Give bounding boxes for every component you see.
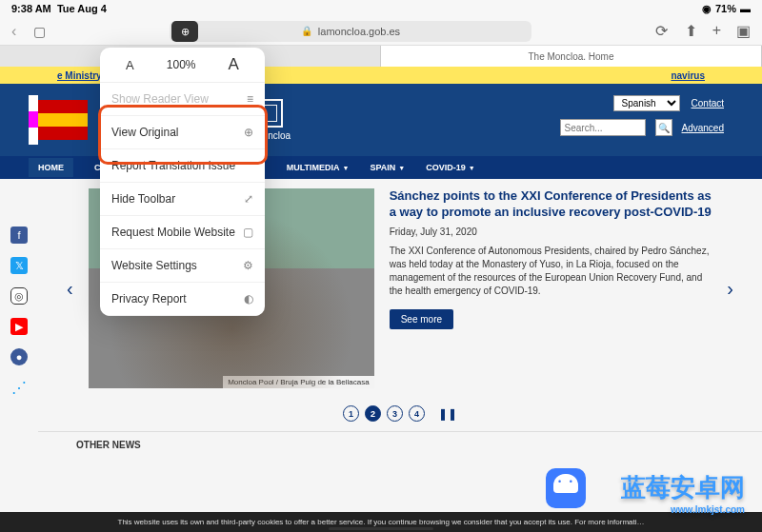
status-date: Tue Aug 4	[57, 3, 107, 14]
notice-link-left[interactable]: e Ministry	[57, 70, 102, 81]
watermark-text: 蓝莓安卓网www.lmkjst.com	[621, 471, 745, 515]
battery-icon: ▬	[740, 3, 751, 14]
youtube-icon[interactable]: ▶	[10, 318, 28, 335]
home-indicator[interactable]	[329, 527, 433, 530]
reader-icon: ≡	[247, 92, 253, 106]
view-original[interactable]: View Original⊕	[100, 116, 265, 149]
lock-icon: 🔒	[301, 26, 312, 36]
nav-covid[interactable]: COVID-19 ▼	[426, 163, 474, 172]
carousel-prev[interactable]: ‹	[67, 278, 73, 300]
advanced-search-link[interactable]: Advanced	[682, 123, 724, 133]
notice-link-right[interactable]: navirus	[671, 70, 705, 81]
reload-button[interactable]: ⟳	[655, 22, 668, 40]
battery-level: 71%	[715, 3, 736, 14]
zoom-level[interactable]: 100%	[167, 58, 196, 71]
chevron-down-icon: ▼	[343, 165, 350, 171]
label: Website Settings	[111, 259, 197, 272]
nav-home[interactable]: HOME	[29, 158, 73, 177]
twitter-icon[interactable]: 𝕏	[10, 257, 28, 274]
back-button[interactable]: ‹	[11, 23, 16, 40]
watermark-icon	[546, 468, 586, 508]
label: Request Mobile Website	[111, 226, 235, 239]
nav-spain[interactable]: SPAIN ▼	[371, 163, 406, 172]
tabs-icon[interactable]: ▣	[736, 22, 751, 40]
contact-link[interactable]: Contact	[692, 98, 724, 108]
gear-icon: ⚙	[243, 259, 253, 272]
wifi-icon: ◉	[702, 3, 712, 15]
label: View Original	[111, 126, 178, 139]
article-date: Friday, July 31, 2020	[390, 227, 712, 237]
chevron-down-icon: ▼	[469, 165, 475, 171]
address-bar[interactable]: 🔒 lamoncloa.gob.es	[170, 21, 531, 42]
page-2[interactable]: 2	[365, 405, 381, 422]
other-social-icon[interactable]: ●	[10, 348, 28, 365]
text-smaller[interactable]: A	[126, 58, 134, 72]
chevron-down-icon: ▼	[398, 165, 405, 171]
device-icon: ▢	[243, 226, 253, 239]
photo-caption: Moncloa Pool / Bruja Puig de la Bellacas…	[223, 376, 374, 388]
label: Report Translation Issue	[111, 159, 235, 172]
tab-moncloa[interactable]: The Moncloa. Home	[381, 46, 762, 67]
label: Privacy Report	[111, 292, 187, 305]
label: Show Reader View	[111, 92, 209, 106]
instagram-icon[interactable]: ◎	[10, 287, 28, 305]
text-larger[interactable]: A	[229, 55, 239, 74]
page-settings-popup: A 100% A Show Reader View≡ View Original…	[100, 48, 265, 316]
privacy-report[interactable]: Privacy Report◐	[100, 283, 265, 316]
website-settings[interactable]: Website Settings⚙	[100, 249, 265, 283]
label: Hide Toolbar	[111, 192, 175, 206]
language-select[interactable]: Spanish	[613, 95, 680, 111]
spain-flag	[38, 100, 88, 140]
carousel-next[interactable]: ›	[727, 278, 733, 300]
tab-label: The Moncloa. Home	[528, 51, 613, 62]
request-mobile[interactable]: Request Mobile Website▢	[100, 216, 265, 249]
bookmarks-icon[interactable]: ▢	[33, 24, 46, 39]
article-body: The XXI Conference of Autonomous Preside…	[390, 245, 712, 298]
show-reader-view: Show Reader View≡	[100, 83, 265, 116]
see-more-button[interactable]: See more	[390, 309, 453, 329]
translate-back-icon: ⊕	[244, 126, 253, 139]
translate-icon[interactable]: ⊕	[171, 21, 198, 42]
carousel-pause[interactable]: ❚❚	[438, 407, 457, 421]
report-translation[interactable]: Report Translation Issue	[100, 149, 265, 183]
search-button[interactable]: 🔍	[655, 119, 672, 136]
page-4[interactable]: 4	[409, 405, 425, 422]
page-1[interactable]: 1	[343, 405, 359, 422]
label: SPAIN	[371, 163, 396, 172]
share-icon[interactable]: ⬆	[685, 22, 697, 40]
new-tab-icon[interactable]: +	[712, 22, 721, 40]
nav-multimedia[interactable]: MULTIMEDIA ▼	[287, 163, 350, 172]
status-time: 9:38 AM	[11, 3, 51, 14]
url-text: lamoncloa.gob.es	[318, 26, 400, 37]
facebook-icon[interactable]: f	[10, 227, 28, 244]
label: MULTIMEDIA	[287, 163, 340, 172]
article-headline[interactable]: Sánchez points to the XXI Conference of …	[390, 188, 712, 221]
search-input[interactable]	[560, 119, 646, 136]
shield-icon: ◐	[244, 292, 253, 305]
expand-icon: ⤢	[244, 192, 253, 206]
hide-toolbar[interactable]: Hide Toolbar⤢	[100, 183, 265, 216]
page-3[interactable]: 3	[387, 405, 403, 422]
other-news-heading: OTHER NEWS	[38, 431, 762, 458]
rss-icon[interactable]: ⋰	[10, 379, 28, 396]
label: COVID-19	[426, 163, 466, 172]
